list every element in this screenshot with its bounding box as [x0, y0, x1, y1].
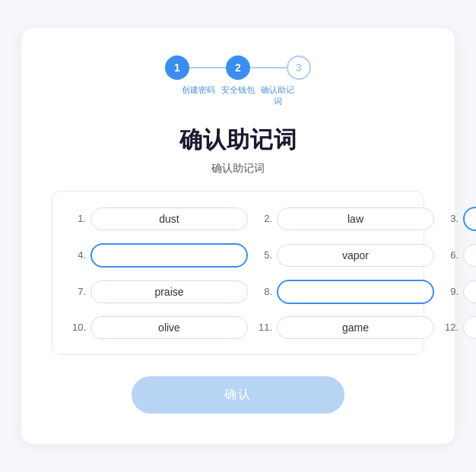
- word-number-12: 12.: [443, 322, 459, 333]
- step-label-3: 确认助记词: [258, 84, 297, 106]
- word-input-7[interactable]: [90, 280, 248, 303]
- word-number-3: 3.: [443, 213, 459, 224]
- word-number-10: 10.: [71, 322, 86, 333]
- word-row-12: 12.: [443, 316, 476, 339]
- word-row-2: 2.: [257, 207, 434, 231]
- word-row-9: 9.: [443, 280, 476, 304]
- word-input-8[interactable]: [277, 280, 434, 304]
- main-container: 1 2 3 创建密码 安全钱包 确认助记词 确认助记词 确认助记词 1.2.3.…: [21, 28, 455, 444]
- word-input-1[interactable]: [90, 207, 248, 230]
- word-input-4[interactable]: [90, 243, 248, 268]
- stepper: 1 2 3 创建密码 安全钱包 确认助记词: [52, 55, 424, 106]
- word-number-9: 9.: [443, 286, 459, 297]
- subtitle: 确认助记词: [52, 162, 424, 176]
- word-row-8: 8.: [257, 280, 434, 304]
- word-number-4: 4.: [71, 249, 86, 261]
- word-row-1: 1.: [71, 207, 248, 231]
- word-input-12[interactable]: [463, 316, 476, 339]
- word-number-8: 8.: [257, 286, 272, 297]
- word-row-5: 5.: [257, 243, 434, 268]
- word-row-11: 11.: [257, 316, 434, 339]
- stepper-circles: 1 2 3: [165, 55, 311, 80]
- word-number-1: 1.: [71, 213, 86, 224]
- word-number-5: 5.: [257, 249, 272, 261]
- word-grid: 1.2.3.4.5.6.7.8.9.10.11.12.: [71, 207, 405, 339]
- word-input-11[interactable]: [277, 316, 434, 339]
- step-3: 3: [287, 55, 311, 80]
- word-input-5[interactable]: [277, 244, 434, 267]
- step-label-1: 创建密码: [179, 84, 218, 106]
- step-line-1: [189, 67, 226, 68]
- step-1: 1: [165, 55, 189, 80]
- word-input-6[interactable]: [463, 244, 476, 267]
- word-number-7: 7.: [71, 286, 86, 297]
- step-line-2: [250, 67, 287, 68]
- word-row-4: 4.: [71, 243, 248, 268]
- main-title: 确认助记词: [52, 125, 424, 156]
- word-number-6: 6.: [443, 249, 459, 261]
- step-2: 2: [226, 55, 250, 80]
- word-input-9[interactable]: [463, 280, 476, 303]
- word-row-6: 6.: [443, 243, 476, 268]
- stepper-labels: 创建密码 安全钱包 确认助记词: [179, 84, 297, 106]
- confirm-button[interactable]: 确认: [132, 376, 344, 413]
- word-input-2[interactable]: [277, 207, 434, 230]
- word-row-10: 10.: [71, 316, 248, 339]
- word-number-11: 11.: [257, 322, 272, 333]
- word-row-7: 7.: [71, 280, 248, 304]
- word-input-3[interactable]: [463, 207, 476, 231]
- word-row-3: 3.: [443, 207, 476, 231]
- word-input-10[interactable]: [90, 316, 248, 339]
- word-number-2: 2.: [257, 213, 272, 224]
- word-card: 1.2.3.4.5.6.7.8.9.10.11.12.: [52, 191, 424, 355]
- step-label-2: 安全钱包: [218, 84, 258, 106]
